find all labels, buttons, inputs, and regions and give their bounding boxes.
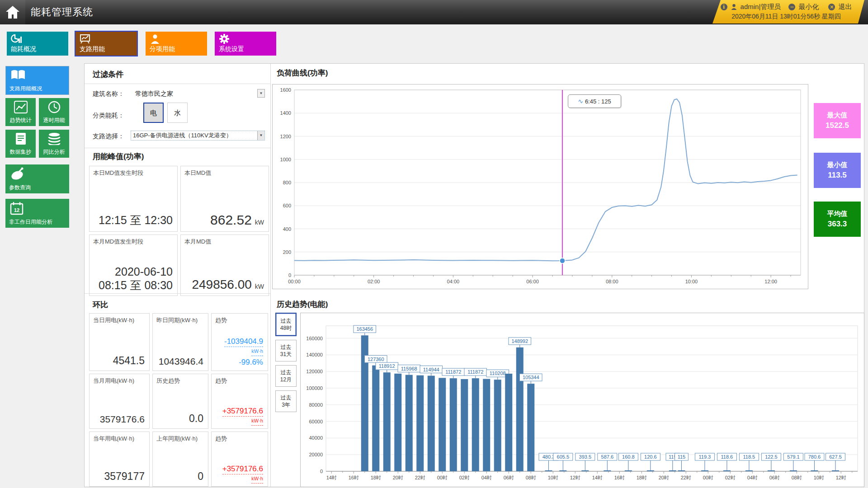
svg-text:40000: 40000 [309, 435, 323, 441]
info-icon[interactable]: i [721, 4, 727, 10]
load-curve-chart[interactable]: 0200400600800100012001400160000:0002:000… [272, 84, 808, 289]
sidebar-item-label: 数据集抄 [5, 148, 36, 156]
card-label: 当年用电(kW·h) [93, 435, 134, 443]
sidebar-item-parameter-query[interactable]: 参数查询 [5, 164, 69, 193]
card-today-usage: 当日用电(kW·h) 4541.5 [89, 313, 150, 371]
nav-tab-label: 能耗概况 [11, 45, 36, 53]
svg-text:12:00: 12:00 [764, 279, 777, 284]
svg-text:480.3: 480.3 [542, 454, 555, 460]
tab-past-31d[interactable]: 过去31天 [275, 340, 297, 361]
tab-past-3y[interactable]: 过去3年 [275, 390, 297, 412]
svg-text:22时: 22时 [681, 475, 691, 480]
load-curve-svg: 0200400600800100012001400160000:0002:000… [273, 84, 808, 289]
sidebar-item-data-collection[interactable]: 数据集抄 [5, 130, 36, 158]
svg-text:20时: 20时 [659, 475, 669, 480]
sidebar-item-trend-statistics[interactable]: 趋势统计 [5, 98, 36, 126]
svg-text:120000: 120000 [306, 369, 323, 374]
trend-unit: kW·h [251, 476, 263, 481]
sidebar-item-label: 逐时用能 [39, 117, 69, 124]
stat-card-max: 最大值 1522.5 [814, 103, 861, 138]
wave-icon: ∿ [578, 98, 583, 105]
tab-past-12m[interactable]: 过去12月 [275, 365, 297, 387]
datetime-text: 2020年06月11日 13时01分56秒 星期四 [708, 12, 864, 22]
branch-select-value: 16GP-备供电源进线（110KV龙港变） [133, 132, 232, 139]
sidebar-item-branch-overview[interactable]: 支路用能概况 [5, 66, 69, 95]
user-icon [731, 4, 737, 10]
filter-column: 过滤条件 建筑名称： 常德市民之家 ▼ 分类能耗： 电 水 支路选择： 16GP… [85, 64, 271, 487]
svg-text:393.5: 393.5 [579, 454, 592, 460]
peak-section-title: 用能峰值(功率) [93, 151, 144, 162]
energy-type-water-button[interactable]: 水 [167, 103, 188, 123]
sidebar-item-label: 非工作日用能分析 [9, 218, 52, 226]
home-button[interactable] [0, 0, 25, 24]
svg-text:22时: 22时 [415, 475, 425, 480]
minimize-icon[interactable]: − [788, 4, 795, 10]
svg-text:06:00: 06:00 [526, 279, 539, 284]
svg-text:0: 0 [288, 272, 291, 278]
svg-text:579.1: 579.1 [787, 454, 800, 460]
card-label: 本月MD值 [184, 238, 211, 246]
svg-text:12时: 12时 [570, 475, 580, 480]
close-icon[interactable]: × [828, 4, 835, 10]
card-value: 1043946.4 [159, 356, 203, 367]
svg-text:08:00: 08:00 [606, 279, 618, 284]
energy-type-electric-button[interactable]: 电 [143, 103, 164, 123]
card-value: 249856.00 [192, 277, 251, 291]
nav-tab-label: 分项用能 [150, 45, 175, 53]
nav-tab-branch-energy[interactable]: 支路用能 [75, 32, 137, 56]
document-icon [15, 132, 27, 145]
svg-text:118.6: 118.6 [721, 454, 733, 460]
svg-text:111872: 111872 [445, 369, 461, 375]
building-value[interactable]: 常德市民之家 [135, 90, 173, 98]
user-panel: i admin|管理员 − 最小化 × 退出 2020年06月11日 13时01… [708, 0, 864, 23]
svg-text:1000: 1000 [280, 157, 291, 162]
tab-past-48h[interactable]: 过去48时 [275, 313, 297, 336]
card-label: 当月用电(kW·h) [93, 377, 134, 385]
sidebar-item-hourly-energy[interactable]: 逐时用能 [39, 98, 69, 126]
svg-text:605.5: 605.5 [557, 454, 570, 460]
minimize-button[interactable]: 最小化 [798, 3, 819, 11]
card-value: 0 [198, 470, 203, 483]
svg-text:80000: 80000 [309, 402, 323, 408]
ring-section-title: 环比 [93, 300, 108, 310]
card-label: 当日用电(kW·h) [93, 316, 134, 324]
svg-text:100000: 100000 [306, 385, 323, 391]
card-unit: kW [255, 283, 264, 290]
card-label: 趋势 [215, 377, 227, 385]
chart-tooltip: ∿6:45 : 125 [568, 94, 621, 108]
svg-text:111872: 111872 [467, 369, 483, 375]
logout-button[interactable]: 退出 [838, 3, 852, 11]
card-value: 2020-06-10 [115, 265, 173, 278]
nav-tab-system-settings[interactable]: 系统设置 [215, 32, 276, 56]
trend-value: +3579176.6 [222, 407, 263, 415]
card-year-usage: 当年用电(kW·h) 3579177 [89, 432, 150, 487]
trend-value: -1039404.9 [224, 337, 263, 346]
svg-text:16时: 16时 [614, 475, 625, 480]
building-dropdown-button[interactable]: ▼ [257, 89, 265, 98]
svg-text:122.5: 122.5 [765, 454, 778, 460]
nav-tab-subitem-energy[interactable]: 分项用能 [146, 32, 207, 56]
stat-label: 平均值 [827, 210, 848, 218]
card-label: 趋势 [215, 316, 227, 324]
svg-text:02:00: 02:00 [368, 279, 380, 284]
sidebar-item-label: 同比分析 [39, 148, 69, 156]
card-today-md-period: 本日MD值发生时段 12:15 至 12:30 [89, 166, 178, 232]
trend-unit: kW·h [251, 348, 263, 354]
history-bar-chart[interactable]: 0200004000060000800001000001200001400001… [300, 313, 864, 487]
top-bar: 能耗管理系统 i admin|管理员 − 最小化 × 退出 2020年06月11… [0, 0, 868, 24]
svg-text:14时: 14时 [326, 475, 337, 480]
sidebar-item-yoy-analysis[interactable]: 同比分析 [39, 130, 69, 158]
history-bar-svg: 0200004000060000800001000001200001400001… [301, 313, 864, 487]
svg-text:00时: 00时 [703, 475, 713, 480]
card-label: 上年同期(kW·h) [156, 435, 198, 443]
presentation-chart-icon [80, 34, 90, 44]
sidebar-item-nonworkday-analysis[interactable]: 12 非工作日用能分析 [5, 199, 69, 228]
nav-tab-energy-overview[interactable]: 能耗概况 [7, 32, 68, 56]
card-lastyear-usage: 上年同期(kW·h) 0 [152, 432, 208, 487]
branch-select[interactable]: 16GP-备供电源进线（110KV龙港变） ▼ [131, 131, 265, 141]
donut-chart-icon [11, 34, 22, 44]
trend-percent: -99.6% [212, 358, 263, 367]
nav-tab-label: 系统设置 [219, 45, 244, 53]
card-label: 历史趋势 [156, 377, 180, 385]
card-value: 3579176.6 [100, 414, 145, 425]
